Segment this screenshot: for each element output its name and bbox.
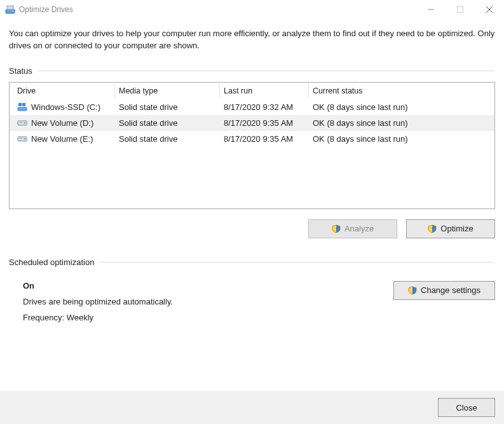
drive-name: New Volume (E:) xyxy=(31,134,93,144)
bottom-bar: Close xyxy=(0,391,504,424)
drive-icon xyxy=(17,118,27,128)
svg-point-11 xyxy=(24,123,25,124)
maximize-button[interactable] xyxy=(446,0,475,19)
drive-status: OK (8 days since last run) xyxy=(309,102,491,112)
minimize-button[interactable] xyxy=(416,0,446,19)
schedule-section-header: Scheduled optimization xyxy=(9,257,495,267)
optimize-label: Optimize xyxy=(440,224,473,233)
change-settings-label: Change settings xyxy=(421,285,480,295)
divider xyxy=(99,262,495,263)
change-settings-button[interactable]: Change settings xyxy=(393,281,495,300)
schedule-auto-text: Drives are being optimized automatically… xyxy=(23,297,173,306)
svg-rect-8 xyxy=(18,103,22,106)
drive-status: OK (8 days since last run) xyxy=(309,134,491,144)
svg-point-2 xyxy=(12,11,13,12)
drive-media: Solid state drive xyxy=(115,118,220,128)
drive-status: OK (8 days since last run) xyxy=(309,118,491,128)
drive-row[interactable]: Windows-SSD (C:)Solid state drive8/17/20… xyxy=(10,99,494,115)
col-media[interactable]: Media type xyxy=(115,83,220,99)
shield-icon xyxy=(408,286,417,295)
col-drive[interactable]: Drive xyxy=(13,83,115,99)
drive-last-run: 8/17/2020 9:35 AM xyxy=(220,118,309,128)
svg-rect-4 xyxy=(458,7,463,13)
close-label: Close xyxy=(456,403,477,413)
svg-rect-1 xyxy=(7,6,13,10)
shield-icon xyxy=(428,224,437,233)
drive-list[interactable]: Drive Media type Last run Current status… xyxy=(9,82,495,209)
drive-buttons: Analyze Optimize xyxy=(9,219,495,238)
drive-media: Solid state drive xyxy=(115,102,220,112)
close-window-button[interactable] xyxy=(475,0,504,19)
svg-rect-9 xyxy=(22,103,25,106)
analyze-button: Analyze xyxy=(308,219,397,238)
status-label: Status xyxy=(9,66,32,76)
drive-row[interactable]: New Volume (D:)Solid state drive8/17/202… xyxy=(10,115,494,131)
drive-list-header: Drive Media type Last run Current status xyxy=(10,83,494,99)
analyze-label: Analyze xyxy=(344,224,374,233)
schedule-state: On xyxy=(23,281,173,291)
col-last[interactable]: Last run xyxy=(220,83,309,99)
app-icon xyxy=(5,4,15,15)
svg-rect-12 xyxy=(19,122,22,123)
shield-icon xyxy=(332,224,341,233)
close-button[interactable]: Close xyxy=(438,398,495,417)
drive-last-run: 8/17/2020 9:32 AM xyxy=(220,102,309,112)
col-status[interactable]: Current status xyxy=(309,83,491,99)
schedule-text: On Drives are being optimized automatica… xyxy=(23,281,173,329)
drive-icon xyxy=(17,133,27,144)
schedule-frequency: Frequency: Weekly xyxy=(23,313,173,322)
drive-media: Solid state drive xyxy=(115,134,220,144)
optimize-button[interactable]: Optimize xyxy=(406,219,495,238)
svg-rect-15 xyxy=(19,138,22,139)
svg-rect-7 xyxy=(18,107,27,111)
divider xyxy=(37,71,495,71)
status-section-header: Status xyxy=(9,66,495,76)
svg-point-14 xyxy=(24,139,25,140)
drive-name: New Volume (D:) xyxy=(31,118,93,128)
drive-name: Windows-SSD (C:) xyxy=(31,102,100,112)
intro-text: You can optimize your drives to help you… xyxy=(9,28,495,52)
drive-last-run: 8/17/2020 9:35 AM xyxy=(220,134,309,144)
schedule-label: Scheduled optimization xyxy=(9,257,94,267)
window-title: Optimize Drives xyxy=(19,5,73,14)
titlebar: Optimize Drives xyxy=(0,0,504,19)
drive-row[interactable]: New Volume (E:)Solid state drive8/17/202… xyxy=(10,131,494,147)
drive-icon xyxy=(17,102,27,112)
